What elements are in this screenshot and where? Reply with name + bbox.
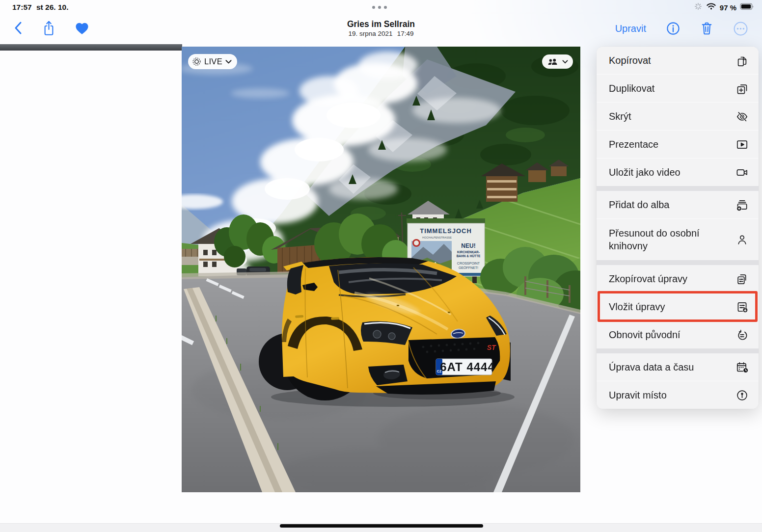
battery-icon — [740, 3, 754, 12]
save-video-icon — [735, 166, 749, 179]
copy-icon — [735, 54, 749, 67]
svg-text:6AT 4444: 6AT 4444 — [440, 360, 495, 373]
billboard-subtitle: HOCHALPENSTRASSE — [422, 236, 452, 239]
menu-item-duplicate[interactable]: Duplikovat — [597, 75, 759, 102]
menu-item-add-to-album[interactable]: Přidat do alba — [597, 191, 759, 218]
svg-text:GEÖFFNET!: GEÖFFNET! — [459, 266, 478, 269]
status-bar: 17:57 st 26. 10. 97 % — [0, 0, 762, 15]
live-photo-badge[interactable]: LIVE — [188, 54, 237, 69]
copy-edits-icon — [735, 272, 749, 286]
home-indicator[interactable] — [280, 524, 483, 528]
st-badge: ST — [487, 344, 496, 351]
duplicate-icon — [735, 82, 749, 95]
more-button[interactable] — [733, 21, 748, 36]
date-time-icon — [735, 361, 749, 374]
revert-icon — [735, 328, 749, 342]
wifi-icon — [706, 2, 716, 12]
svg-text:KIRCHENKAR-: KIRCHENKAR- — [457, 250, 480, 254]
menu-group-separator — [597, 260, 759, 265]
svg-text:CROSSPOINT: CROSSPOINT — [457, 262, 480, 265]
edit-button[interactable]: Upravit — [615, 23, 646, 34]
menu-item-hide[interactable]: Skrýt — [597, 103, 759, 130]
edit-location-icon — [735, 389, 749, 402]
chevron-down-icon — [562, 60, 568, 64]
people-badge[interactable] — [542, 54, 573, 69]
live-badge-label: LIVE — [204, 57, 222, 66]
license-plate: CZ 6AT 4444 — [436, 359, 495, 375]
menu-item-move-to-personal-library[interactable]: Přesunout do osobní knihovny — [597, 219, 759, 260]
people-icon — [547, 57, 559, 66]
menu-item-adjust-date-time[interactable]: Úprava data a času — [597, 353, 759, 381]
menu-group-separator — [597, 348, 759, 353]
menu-item-edit-location[interactable]: Upravit místo — [597, 381, 759, 409]
billboard-promo-headline: NEU! — [461, 242, 475, 249]
menu-item-copy[interactable]: Kopírovat — [597, 47, 759, 74]
filmstrip-edge — [0, 44, 182, 51]
hide-icon — [735, 110, 749, 123]
menu-item-save-as-video[interactable]: Uložit jako video — [597, 159, 759, 186]
menu-item-copy-edits[interactable]: Zkopírovat úpravy — [597, 265, 759, 293]
photo-view[interactable]: TIMMELSJOCH HOCHALPENSTRASSE NEU! KIRCHE… — [182, 47, 580, 492]
battery-percent: 97 % — [720, 3, 736, 12]
live-photo-icon — [192, 57, 201, 66]
info-button[interactable] — [666, 21, 680, 36]
delete-button[interactable] — [700, 21, 713, 36]
person-icon — [735, 233, 749, 246]
navigation-bar: Gries im Sellrain 19. srpna 202117:49 Up… — [0, 15, 762, 46]
menu-item-slideshow[interactable]: Prezentace — [597, 131, 759, 158]
menu-group-separator — [597, 186, 759, 191]
menu-item-revert-to-original[interactable]: Obnovit původní — [597, 321, 759, 348]
chevron-down-icon — [225, 60, 232, 64]
context-menu: Kopírovat Duplikovat Skrýt Prezentace Ul… — [597, 47, 759, 409]
multitasking-dots-icon — [372, 6, 387, 9]
clock-time: 17:57 — [12, 3, 32, 12]
activity-spinner-icon — [694, 2, 703, 13]
add-to-album-icon — [735, 198, 749, 212]
svg-text:BAHN & HÜTTE: BAHN & HÜTTE — [457, 254, 481, 258]
clock-date: st 26. 10. — [36, 3, 69, 12]
photo-scene: TIMMELSJOCH HOCHALPENSTRASSE NEU! KIRCHE… — [182, 47, 580, 492]
billboard-title: TIMMELSJOCH — [420, 227, 472, 235]
slideshow-icon — [735, 138, 749, 151]
menu-item-paste-edits[interactable]: Vložit úpravy — [597, 293, 759, 320]
paste-edits-icon — [735, 300, 749, 314]
